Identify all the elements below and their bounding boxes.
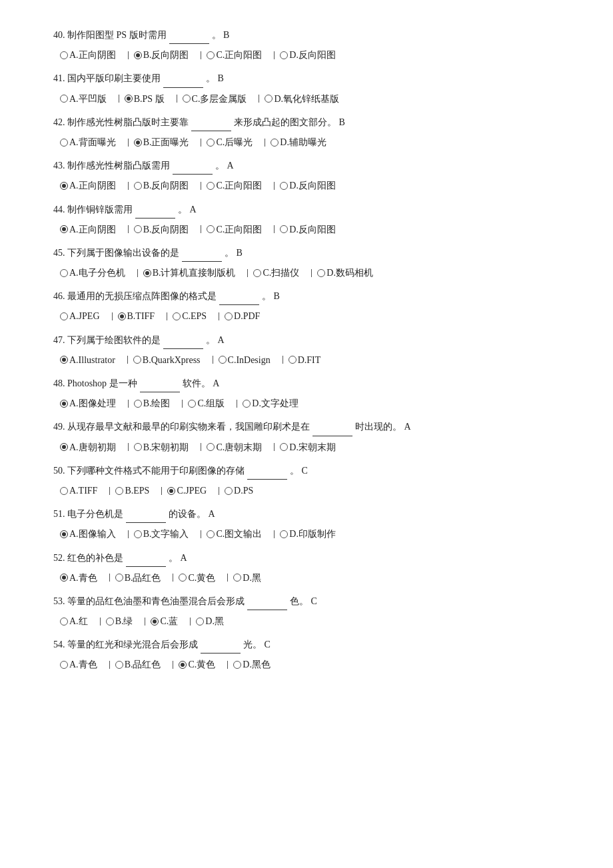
radio-48-2[interactable]: [188, 400, 196, 408]
option-item-43-1[interactable]: B.反向阴图: [134, 177, 189, 194]
option-item-49-0[interactable]: A.唐朝初期: [60, 439, 116, 456]
option-item-43-0[interactable]: A.正向阴图: [60, 177, 116, 194]
radio-45-1[interactable]: [143, 269, 151, 277]
radio-47-2[interactable]: [219, 356, 227, 364]
option-item-44-2[interactable]: C.正向阳图: [207, 221, 262, 238]
radio-44-2[interactable]: [207, 225, 215, 233]
option-item-52-1[interactable]: B.品红色: [115, 570, 161, 586]
radio-40-3[interactable]: [280, 51, 288, 59]
radio-47-0[interactable]: [60, 356, 68, 364]
radio-54-0[interactable]: [60, 661, 68, 669]
option-item-53-2[interactable]: C.蓝: [151, 613, 178, 630]
option-item-42-2[interactable]: C.后曝光: [207, 134, 253, 151]
option-item-46-0[interactable]: A.JPEG: [60, 308, 100, 324]
radio-49-2[interactable]: [207, 443, 215, 451]
option-item-46-2[interactable]: C.EPS: [173, 308, 207, 324]
radio-52-1[interactable]: [115, 574, 123, 582]
radio-46-0[interactable]: [60, 312, 68, 320]
option-item-41-3[interactable]: D.氧化锌纸基版: [265, 91, 339, 107]
option-item-44-1[interactable]: B.反向阴图: [134, 221, 189, 238]
radio-43-0[interactable]: [60, 182, 68, 190]
radio-50-3[interactable]: [225, 487, 233, 495]
radio-52-2[interactable]: [179, 574, 187, 582]
radio-42-1[interactable]: [134, 139, 142, 147]
option-item-48-1[interactable]: B.绘图: [134, 395, 171, 412]
option-item-53-0[interactable]: A.红: [60, 613, 88, 630]
radio-51-1[interactable]: [134, 530, 142, 538]
option-item-51-3[interactable]: D.印版制作: [280, 526, 336, 542]
radio-51-2[interactable]: [207, 530, 215, 538]
option-item-48-0[interactable]: A.图像处理: [60, 395, 116, 412]
radio-48-1[interactable]: [134, 400, 142, 408]
option-item-49-2[interactable]: C.唐朝末期: [207, 439, 262, 456]
radio-43-1[interactable]: [134, 182, 142, 190]
radio-41-2[interactable]: [183, 95, 191, 103]
option-item-51-1[interactable]: B.文字输入: [134, 526, 189, 542]
radio-44-0[interactable]: [60, 225, 68, 233]
option-item-46-3[interactable]: D.PDF: [225, 308, 260, 324]
option-item-53-1[interactable]: B.绿: [106, 613, 133, 630]
option-item-41-2[interactable]: C.多层金属版: [183, 91, 247, 107]
option-item-49-1[interactable]: B.宋朝初期: [134, 439, 189, 456]
option-item-50-3[interactable]: D.PS: [225, 482, 253, 499]
radio-44-1[interactable]: [134, 225, 142, 233]
radio-49-0[interactable]: [60, 443, 68, 451]
option-item-54-1[interactable]: B.品红色: [115, 656, 161, 673]
option-item-48-3[interactable]: D.文字处理: [243, 395, 299, 412]
option-item-47-0[interactable]: A.Illustrator: [60, 352, 115, 368]
radio-52-0[interactable]: [60, 574, 68, 582]
option-item-52-0[interactable]: A.青色: [60, 570, 97, 586]
option-item-50-2[interactable]: C.JPEG: [167, 482, 207, 499]
radio-50-0[interactable]: [60, 487, 68, 495]
radio-42-2[interactable]: [207, 139, 215, 147]
radio-45-3[interactable]: [317, 269, 325, 277]
option-item-46-1[interactable]: B.TIFF: [118, 308, 155, 324]
radio-40-0[interactable]: [60, 51, 68, 59]
option-item-40-0[interactable]: A.正向阴图: [60, 47, 116, 63]
radio-40-2[interactable]: [207, 51, 215, 59]
radio-46-3[interactable]: [225, 312, 233, 320]
radio-44-3[interactable]: [280, 225, 288, 233]
option-item-52-3[interactable]: D.黑: [233, 570, 261, 586]
radio-50-2[interactable]: [167, 487, 175, 495]
option-item-44-0[interactable]: A.正向阴图: [60, 221, 116, 238]
option-item-54-0[interactable]: A.青色: [60, 656, 97, 673]
radio-54-3[interactable]: [233, 661, 241, 669]
radio-42-3[interactable]: [271, 139, 279, 147]
radio-53-2[interactable]: [151, 618, 159, 626]
option-item-50-1[interactable]: B.EPS: [115, 482, 149, 499]
option-item-43-3[interactable]: D.反向阳图: [280, 177, 336, 194]
radio-48-0[interactable]: [60, 400, 68, 408]
radio-45-2[interactable]: [253, 269, 261, 277]
option-item-40-2[interactable]: C.正向阳图: [207, 47, 262, 63]
option-item-42-0[interactable]: A.背面曝光: [60, 134, 116, 151]
radio-53-3[interactable]: [196, 618, 204, 626]
option-item-48-2[interactable]: C.组版: [188, 395, 225, 412]
radio-54-1[interactable]: [115, 661, 123, 669]
radio-51-3[interactable]: [280, 530, 288, 538]
option-item-41-1[interactable]: B.PS 版: [125, 91, 165, 107]
option-item-54-3[interactable]: D.黑色: [233, 656, 271, 673]
radio-49-3[interactable]: [280, 443, 288, 451]
radio-43-2[interactable]: [207, 182, 215, 190]
radio-42-0[interactable]: [60, 139, 68, 147]
option-item-52-2[interactable]: C.黄色: [179, 570, 215, 586]
option-item-42-3[interactable]: D.辅助曝光: [271, 134, 326, 151]
radio-41-1[interactable]: [125, 95, 133, 103]
option-item-51-2[interactable]: C.图文输出: [207, 526, 262, 542]
radio-41-0[interactable]: [60, 95, 68, 103]
radio-45-0[interactable]: [60, 269, 68, 277]
radio-52-3[interactable]: [233, 574, 241, 582]
radio-54-2[interactable]: [179, 661, 187, 669]
option-item-40-3[interactable]: D.反向阳图: [280, 47, 336, 63]
option-item-47-1[interactable]: B.QuarkXpress: [133, 352, 201, 368]
option-item-41-0[interactable]: A.平凹版: [60, 91, 107, 107]
radio-40-1[interactable]: [134, 51, 142, 59]
radio-53-1[interactable]: [106, 618, 114, 626]
radio-47-1[interactable]: [133, 356, 141, 364]
radio-53-0[interactable]: [60, 618, 68, 626]
option-item-47-2[interactable]: C.InDesign: [219, 352, 271, 368]
option-item-40-1[interactable]: B.反向阴图: [134, 47, 189, 63]
radio-41-3[interactable]: [265, 95, 273, 103]
radio-47-3[interactable]: [289, 356, 297, 364]
